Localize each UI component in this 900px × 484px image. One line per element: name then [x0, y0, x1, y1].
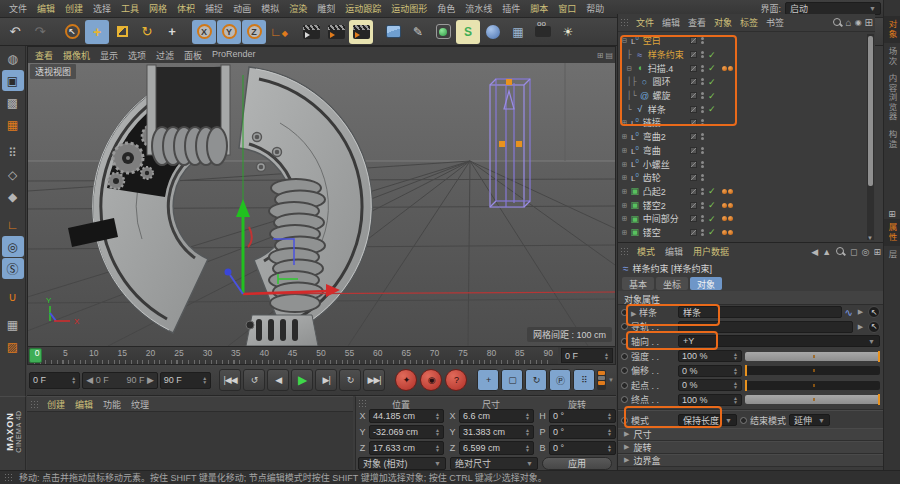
- keyframe-bar-icon[interactable]: [597, 370, 606, 390]
- keyframe-dot-icon[interactable]: [621, 309, 628, 316]
- dock-tab-构造[interactable]: 构造: [884, 126, 900, 153]
- menu-动画[interactable]: 动画: [228, 0, 256, 17]
- play-forwards-button[interactable]: ▶: [291, 369, 313, 391]
- om-home-icon[interactable]: ⌂: [846, 17, 852, 28]
- visibility-dots-icon[interactable]: [701, 92, 704, 99]
- attr-tab-对象[interactable]: 对象: [690, 277, 722, 290]
- menu-捕捉[interactable]: 捕捉: [200, 0, 228, 17]
- menu-运动图形[interactable]: 运动图形: [386, 0, 432, 17]
- attr-slider[interactable]: [745, 352, 880, 361]
- current-frame-field[interactable]: 0 F ▲▼: [561, 348, 613, 363]
- object-name[interactable]: 螺旋: [652, 89, 670, 102]
- render-view-button[interactable]: [299, 20, 323, 44]
- keyframe-dot-icon[interactable]: [621, 396, 628, 403]
- object-name[interactable]: 圆环: [652, 75, 670, 88]
- keyframe-selection-button[interactable]: ?: [445, 369, 467, 391]
- visibility-dots-icon[interactable]: [701, 229, 704, 236]
- panel-grip-icon[interactable]: [358, 399, 368, 408]
- menu-雕刻[interactable]: 雕刻: [312, 0, 340, 17]
- attr-tab-坐标[interactable]: 坐标: [656, 277, 688, 290]
- am-menu-模式[interactable]: 模式: [632, 243, 660, 260]
- menu-运动跟踪[interactable]: 运动跟踪: [340, 0, 386, 17]
- viewport-menu-ProRender[interactable]: ProRender: [207, 48, 261, 63]
- spline-pen-button[interactable]: ✎: [406, 20, 430, 44]
- menu-创建[interactable]: 创建: [60, 0, 88, 17]
- enable-check-icon[interactable]: ✓: [708, 104, 718, 114]
- lock-workplane-button[interactable]: ▦: [2, 314, 24, 335]
- object-name[interactable]: 链接: [643, 116, 661, 129]
- section-旋转[interactable]: ▶旋转: [618, 441, 883, 454]
- transport-expand-icon[interactable]: ▼: [608, 377, 614, 383]
- coord-size-dropdown[interactable]: 绝对尺寸▼: [450, 457, 538, 470]
- object-name[interactable]: 弯曲2: [643, 130, 666, 143]
- layer-swatch-icon[interactable]: [690, 174, 697, 181]
- points-mode-button[interactable]: ⠿: [2, 142, 24, 163]
- layer-swatch-icon[interactable]: [690, 229, 697, 236]
- menu-网格[interactable]: 网格: [144, 0, 172, 17]
- om-menu-书签[interactable]: 书签: [762, 15, 788, 30]
- attr-slider[interactable]: [745, 395, 880, 404]
- dock-add-icon[interactable]: ⊞: [884, 209, 900, 219]
- goto-start-button[interactable]: |◀◀: [219, 369, 241, 391]
- material-menu-编辑[interactable]: 编辑: [70, 396, 98, 413]
- viewport-solo-button[interactable]: ◎: [2, 236, 24, 257]
- undo-button[interactable]: ↶: [3, 20, 27, 44]
- key-scale-toggle[interactable]: ▢: [501, 369, 523, 391]
- object-name[interactable]: 镂空: [643, 226, 661, 239]
- tag-icons[interactable]: [722, 66, 733, 71]
- coord-field[interactable]: 17.633 cm▲▼: [369, 441, 444, 455]
- tag-icons[interactable]: [722, 216, 733, 221]
- om-add-icon[interactable]: ⊞: [865, 17, 873, 28]
- y-axis-lock-button[interactable]: Y: [217, 20, 241, 44]
- model-mode-button[interactable]: ▣: [2, 70, 24, 91]
- keyframe-dot-icon[interactable]: [621, 353, 628, 360]
- coord-field[interactable]: 6.599 cm▲▼: [459, 441, 534, 455]
- workplane-mode-button[interactable]: ▦: [2, 114, 24, 135]
- edges-mode-button[interactable]: ◇: [2, 164, 24, 185]
- visibility-dots-icon[interactable]: [701, 37, 704, 44]
- object-name[interactable]: 镂空2: [643, 199, 666, 212]
- menu-文件[interactable]: 文件: [4, 0, 32, 17]
- object-row[interactable]: ⊞L0链接: [618, 116, 876, 130]
- menu-角色[interactable]: 角色: [432, 0, 460, 17]
- layer-swatch-icon[interactable]: [690, 78, 697, 85]
- lock-icon[interactable]: ◻: [850, 247, 857, 257]
- attr-slider[interactable]: [745, 366, 880, 375]
- object-row[interactable]: ⊞▣镂空✓: [618, 226, 876, 240]
- start-frame-field[interactable]: 0 F▲▼: [29, 372, 80, 389]
- panel-grip-icon[interactable]: [620, 247, 630, 256]
- menu-编辑[interactable]: 编辑: [32, 0, 60, 17]
- keyframe-dot-icon[interactable]: [621, 382, 628, 389]
- track-icon[interactable]: ◎: [862, 247, 870, 257]
- object-row[interactable]: ⊞▣凸起2✓: [618, 185, 876, 199]
- tag-icons[interactable]: [722, 230, 733, 235]
- viewport-options-icon[interactable]: ▤: [605, 51, 613, 60]
- keyframe-dot-icon[interactable]: [621, 417, 628, 424]
- om-scrollbar[interactable]: ▼: [867, 34, 874, 240]
- apply-button[interactable]: 应用: [542, 457, 612, 470]
- previous-frame-button[interactable]: ◀: [267, 369, 289, 391]
- object-name[interactable]: 弯曲: [643, 144, 661, 157]
- om-menu-编辑[interactable]: 编辑: [658, 15, 684, 30]
- om-menu-对象[interactable]: 对象: [710, 15, 736, 30]
- enable-axis-button[interactable]: ∟: [2, 214, 24, 235]
- coord-field[interactable]: 6.6 cm▲▼: [459, 409, 534, 423]
- coord-field[interactable]: 31.383 cm▲▼: [459, 425, 534, 439]
- key-pla-toggle[interactable]: ⠿: [573, 369, 595, 391]
- visibility-dots-icon[interactable]: [701, 202, 704, 209]
- object-row[interactable]: ⊟L0空白: [618, 34, 876, 48]
- visibility-dots-icon[interactable]: [701, 106, 704, 113]
- dock-tab-场次[interactable]: 场次: [884, 43, 900, 70]
- coord-field[interactable]: 0 °▲▼: [549, 441, 616, 455]
- last-tool-button[interactable]: +: [160, 20, 184, 44]
- menu-模拟[interactable]: 模拟: [256, 0, 284, 17]
- keyframe-dot-icon[interactable]: [621, 338, 628, 345]
- autokey-button[interactable]: ◉: [420, 369, 442, 391]
- attr-number-field[interactable]: 100 %▲▼: [678, 350, 742, 362]
- texture-mode-button[interactable]: ▩: [2, 92, 24, 113]
- dock-tab-内容浏览器[interactable]: 内容浏览器: [884, 70, 900, 126]
- layer-swatch-icon[interactable]: [690, 106, 697, 113]
- keyframe-dot-icon[interactable]: [740, 417, 747, 424]
- viewport-menu-摄像机[interactable]: 摄像机: [58, 48, 95, 63]
- object-name[interactable]: 凸起2: [643, 185, 666, 198]
